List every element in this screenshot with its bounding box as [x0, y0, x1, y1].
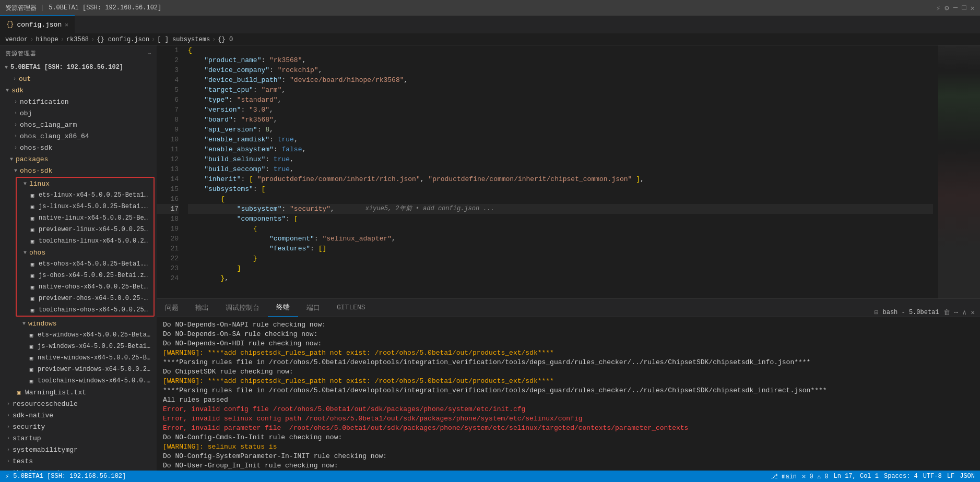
- code-line-16: {: [188, 194, 933, 204]
- terminal-line-6: Do ChipsetSDK rule checking now:: [163, 367, 974, 377]
- sidebar-item-ohos-sdk[interactable]: › ohos-sdk: [0, 142, 157, 153]
- sidebar-item-ohos-folder[interactable]: ▼ ohos: [17, 247, 154, 258]
- terminal-line-16: Do NO-User-Group_In_Init rule checking n…: [163, 461, 974, 471]
- minimap-visual: [938, 45, 980, 298]
- split-terminal-icon[interactable]: ⊟: [875, 308, 879, 317]
- terminal-line-7: [WARNING]: ****add chipsetsdk_rules_path…: [163, 377, 974, 386]
- title-separator: |: [41, 4, 44, 11]
- sidebar-item-previewer-ohos[interactable]: ▣ previewer-ohos-x64-5.0.0.25-Beta1.zip: [17, 293, 154, 304]
- code-line-24: },: [188, 273, 933, 283]
- breadcrumb-rk3568[interactable]: rk3568: [66, 36, 89, 43]
- sidebar-item-ohos-sdk-2[interactable]: ▼ ohos-sdk: [0, 165, 157, 176]
- sidebar-item-native-windows[interactable]: ▣ native-windows-x64-5.0.0.25-Beta1.zip: [0, 352, 157, 364]
- remote-icon[interactable]: ⚡: [936, 4, 940, 13]
- sidebar-item-obj[interactable]: › obj: [0, 107, 157, 119]
- terminal-line-11: Error, invalid selinux config path /root…: [163, 414, 974, 424]
- titlebar: 资源管理器 | 5.0BETA1 [SSH: 192.168.56.102] ⚡…: [0, 0, 980, 16]
- terminal-line-15: Do NO-Config-SystemParameter-In-INIT rul…: [163, 452, 974, 461]
- sidebar-item-ohos-clang-x86[interactable]: › ohos_clang_x86_64: [0, 130, 157, 142]
- sidebar-item-previewer-linux[interactable]: ▣ previewer-linux-x64-5.0.0.25-Beta1.zip: [17, 224, 154, 235]
- maximize-icon[interactable]: □: [962, 4, 966, 12]
- terminal-line-10: Error, invalid config file /root/ohos/5.…: [163, 405, 974, 414]
- statusbar-remote-icon[interactable]: ⚡: [5, 473, 9, 480]
- sidebar-root[interactable]: ▼ 5.0BETA1 [SSH: 192.168.56.102]: [0, 62, 157, 73]
- sidebar-item-security[interactable]: › security: [0, 421, 157, 432]
- sidebar-item-js-linux[interactable]: ▣ js-linux-x64-5.0.0.25-Beta1.zip: [17, 201, 154, 212]
- sidebar-item-tests[interactable]: › tests: [0, 455, 157, 467]
- sidebar: 资源管理器 ⋯ ▼ 5.0BETA1 [SSH: 192.168.56.102]…: [0, 45, 157, 471]
- breadcrumb-vendor[interactable]: vendor: [5, 36, 28, 43]
- sidebar-item-native-ohos[interactable]: ▣ native-ohos-x64-5.0.0.25-Beta1.zip: [17, 281, 154, 293]
- panel-tab-output[interactable]: 输出: [187, 298, 217, 317]
- code-line-10: "enable_ramdisk": true,: [188, 135, 933, 144]
- sidebar-item-thinlto-cache[interactable]: › thinlto-cache: [0, 467, 157, 471]
- statusbar-language[interactable]: JSON: [960, 473, 975, 480]
- sidebar-more-icon[interactable]: ⋯: [147, 50, 151, 57]
- sidebar-item-packages[interactable]: ▼ packages: [0, 153, 157, 165]
- panel-tab-debug[interactable]: 调试控制台: [217, 298, 268, 317]
- panel-tab-terminal[interactable]: 终端: [268, 298, 298, 317]
- panel-tab-problems[interactable]: 问题: [157, 298, 187, 317]
- more-icon[interactable]: ⋯: [954, 308, 959, 317]
- sidebar-item-ets-ohos[interactable]: ▣ ets-ohos-x64-5.0.0.25-Beta1.zip: [17, 258, 154, 270]
- line-numbers: 12345 678910 1112131415 1617181920 21222…: [157, 45, 183, 298]
- terminal-line-4: [WARNING]: ****add chipsetsdk_rules_path…: [163, 348, 974, 358]
- sidebar-item-startup[interactable]: › startup: [0, 432, 157, 444]
- sidebar-item-linux[interactable]: ▼ linux: [17, 178, 154, 189]
- code-content[interactable]: { "product_name": "rk3568", "device_comp…: [183, 45, 938, 298]
- sidebar-item-notification[interactable]: › notification: [0, 96, 157, 107]
- tab-config-json[interactable]: {} config.json ✕: [0, 15, 75, 33]
- expand-panel-icon[interactable]: ∧: [962, 308, 966, 317]
- editor-area: 12345 678910 1112131415 1617181920 21222…: [157, 45, 980, 471]
- tab-bar: {} config.json ✕: [0, 16, 980, 34]
- breadcrumb-0[interactable]: {} 0: [218, 36, 233, 43]
- sidebar-item-toolchains-linux[interactable]: ▣ toolchains-linux-x64-5.0.0.25-Beta1.zi…: [17, 235, 154, 247]
- sidebar-item-out[interactable]: › out: [0, 73, 157, 85]
- terminal-line-3: Do NO-Depends-On-HDI rule checking now:: [163, 339, 974, 348]
- terminal-line-12: Error, invalid parameter file /root/ohos…: [163, 424, 974, 433]
- sidebar-item-sdk[interactable]: ▼ sdk: [0, 85, 157, 96]
- sidebar-item-js-ohos[interactable]: ▣ js-ohos-x64-5.0.0.25-Beta1.zip: [17, 270, 154, 281]
- statusbar-eol: LF: [947, 473, 954, 480]
- sidebar-item-previewer-windows[interactable]: ▣ previewer-windows-x64-5.0.0.25-Beta1.z…: [0, 364, 157, 375]
- terminal-line-13: Do NO-Config-Cmds-In-Init rule checking …: [163, 433, 974, 442]
- sidebar-item-toolchains-windows[interactable]: ▣ toolchains-windows-x64-5.0.0.25-Beta1.…: [0, 375, 157, 387]
- code-editor[interactable]: 12345 678910 1112131415 1617181920 21222…: [157, 45, 980, 298]
- terminal-content[interactable]: Do NO-Depends-On-NAPI rule checking now:…: [157, 317, 980, 471]
- sidebar-item-js-windows[interactable]: ▣ js-windows-x64-5.0.0.25-Beta1.zip: [0, 341, 157, 352]
- root-label: 5.0BETA1 [SSH: 192.168.56.102]: [10, 64, 123, 71]
- breadcrumb-config-json[interactable]: {} config.json: [97, 36, 149, 43]
- sidebar-item-ets-windows[interactable]: ▣ ets-windows-x64-5.0.0.25-Beta1.zip: [0, 329, 157, 341]
- close-panel-icon[interactable]: ✕: [971, 308, 975, 317]
- sidebar-item-native-linux[interactable]: ▣ native-linux-x64-5.0.0.25-Beta1.zip: [17, 212, 154, 224]
- sidebar-item-ets-linux[interactable]: ▣ ets-linux-x64-5.0.0.25-Beta1.zip: [17, 189, 154, 201]
- code-line-6: "type": "standard",: [188, 95, 933, 105]
- panel-tab-gitlens[interactable]: GITLENS: [328, 298, 374, 317]
- sidebar-item-ohos-clang-arm[interactable]: › ohos_clang_arm: [0, 119, 157, 130]
- panel-actions: ⊟ bash - 5.0beta1 🗑 ⋯ ∧ ✕: [869, 308, 980, 317]
- sidebar-item-systemabilitymgr[interactable]: › systemabilitymgr: [0, 444, 157, 455]
- statusbar-remote[interactable]: 5.0BETA1 [SSH: 192.168.56.102]: [13, 473, 126, 480]
- breadcrumb-hihope[interactable]: hihope: [36, 36, 58, 43]
- statusbar-ln-col: Ln 17, Col 1: [834, 473, 879, 480]
- root-arrow: ▼: [2, 65, 10, 70]
- terminal-line-14: [WARNING]: selinux status is: [163, 442, 974, 452]
- sidebar-item-windows[interactable]: ▼ windows: [0, 318, 157, 329]
- panel-tab-bar: 问题 输出 调试控制台 终端 端口 GITLENS ⊟ bash - 5.0be…: [157, 299, 980, 317]
- sidebar-item-toolchains-ohos[interactable]: ▣ toolchains-ohos-x64-5.0.0.25-Beta1.zip: [17, 304, 154, 316]
- tab-close-button[interactable]: ✕: [65, 21, 68, 28]
- breadcrumb-subsystems[interactable]: [ ] subsystems: [157, 36, 210, 43]
- settings-icon[interactable]: ⚙: [944, 4, 949, 13]
- panel-tab-ports[interactable]: 端口: [298, 298, 328, 317]
- code-line-7: "version": "3.0",: [188, 105, 933, 115]
- code-line-15: "subsystems": [: [188, 184, 933, 194]
- minimize-icon[interactable]: ─: [953, 4, 958, 12]
- close-icon[interactable]: ✕: [971, 4, 975, 13]
- statusbar-branch[interactable]: ⎇ main: [771, 473, 797, 480]
- code-line-11: "enable_absystem": false,: [188, 144, 933, 154]
- sidebar-item-warninglist[interactable]: ▣ WarningList.txt: [0, 387, 157, 398]
- sidebar-item-sdk-native[interactable]: › sdk-native: [0, 409, 157, 421]
- trash-icon[interactable]: 🗑: [943, 309, 950, 317]
- sidebar-item-resourceschedule[interactable]: › resourceschedule: [0, 398, 157, 409]
- code-line-23: ]: [188, 263, 933, 273]
